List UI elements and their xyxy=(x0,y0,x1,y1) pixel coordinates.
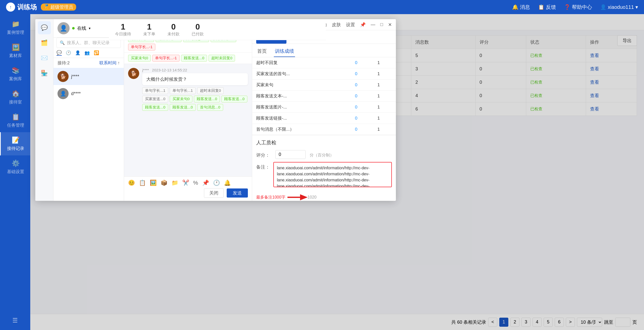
contact-j[interactable]: 🐕 j**** xyxy=(53,68,124,85)
stat-unpaid-value: 0 xyxy=(167,22,180,32)
subtab-home[interactable]: 首页 xyxy=(256,46,268,57)
sidebar-item-tasks[interactable]: 📋 任务管理 xyxy=(0,109,30,132)
titlebar-close[interactable]: ✕ xyxy=(388,22,392,28)
chat-icon-shop[interactable]: 🏪 xyxy=(38,67,51,80)
msg-tag-9[interactable]: 顾客发送...0 xyxy=(170,104,196,111)
message-sender: j**** xyxy=(142,68,149,72)
titlebar-settings[interactable]: 设置 xyxy=(346,22,355,28)
tag-single-len-neg2[interactable]: 单句字长...-1 xyxy=(152,55,180,62)
stats-val2-3: 1 xyxy=(373,91,396,102)
note-label: 备注： xyxy=(256,162,271,170)
svg-marker-1 xyxy=(300,194,308,200)
reception-icon: 🏠 xyxy=(12,90,20,98)
filter-tab-chat[interactable]: 💬 xyxy=(56,50,62,56)
filter-tab-transfer[interactable]: 🔁 xyxy=(94,50,99,56)
score-input[interactable] xyxy=(275,150,306,159)
msg-tag-6[interactable]: 顾客发送...0 xyxy=(194,96,220,102)
stats-row: 超时不回复 0 1 xyxy=(252,57,396,68)
close-button[interactable]: 关闭 xyxy=(204,188,224,198)
tag-single-len-neg[interactable]: 单句字长...-1 xyxy=(128,44,155,50)
sidebar-item-records[interactable]: 📝 接待记录 xyxy=(0,132,30,155)
filter-tab-history[interactable]: 🕐 xyxy=(66,50,71,56)
toolbar-clipboard[interactable]: 📋 xyxy=(139,180,146,186)
quality-footer: 最多备注1000字 1020 xyxy=(256,192,316,201)
stats-label-0: 超时不回复 xyxy=(252,57,351,68)
sidebar-item-settings[interactable]: ⚙️ 基础设置 xyxy=(0,155,30,179)
chat-messages: 🐕 j**** 2023-12-13 14:55:22 大概什么时候发货？ 单句… xyxy=(124,64,252,176)
toolbar-time[interactable]: 🕐 xyxy=(213,180,220,186)
stats-row: 买家未句 0 1 xyxy=(252,79,396,91)
message-content: j**** 2023-12-13 14:55:22 大概什么时候发货？ 单句字长… xyxy=(142,68,248,111)
msg-tag-3[interactable]: 超时未回复0 xyxy=(197,87,224,94)
logo: ↑ 训练场 xyxy=(6,3,37,12)
subtab-training[interactable]: 训练成绩 xyxy=(274,46,295,57)
note-textarea[interactable]: lane.xiaoduoai.com/admit/information/htt… xyxy=(273,162,392,187)
chat-icon-mail[interactable]: ✉️ xyxy=(38,51,51,65)
message-meta: j**** 2023-12-13 14:55:22 xyxy=(142,68,248,72)
feedback-icon: 📋 xyxy=(538,4,544,10)
status-text: 在线 xyxy=(77,25,86,31)
nav-user[interactable]: 👤 xiaoduo111 ▾ xyxy=(600,4,638,10)
top-nav: ↑ 训练场 🏅 超级管理员 🔔 消息 📋 反馈 ❓ 帮助中心 👤 xiaoduo… xyxy=(0,0,644,14)
top-nav-right: 🔔 消息 📋 反馈 ❓ 帮助中心 👤 xiaoduo111 ▾ xyxy=(512,4,638,11)
filter-tab-person[interactable]: 👤 xyxy=(75,50,80,56)
stats-val1-2: 0 xyxy=(351,79,373,91)
stats-label-1: 买家发送的首句... xyxy=(252,68,351,79)
toolbar-pin[interactable]: 📌 xyxy=(202,180,209,186)
chat-contacts: 👤 在线 ▾ 🔍 搜系人、群、聊天记录 💬 🕐 👤 👥 🔁 接待:2 xyxy=(53,19,124,201)
stats-row: 首句消息（不限...） 0 1 xyxy=(252,124,396,135)
toolbar-package[interactable]: 📦 xyxy=(161,180,167,186)
toolbar-folder[interactable]: 📁 xyxy=(171,180,178,186)
contact-d[interactable]: 👤 d**** xyxy=(53,85,124,102)
settings-label: 基础设置 xyxy=(7,169,24,175)
stats-val1-6: 0 xyxy=(351,124,373,135)
toolbar-image[interactable]: 🖼️ xyxy=(150,180,157,186)
tag-buyer-last-1[interactable]: 买家未句0 xyxy=(128,55,151,62)
toolbar-notification[interactable]: 🔔 xyxy=(224,180,231,186)
tag-timeout[interactable]: 超时未回复0 xyxy=(209,55,235,62)
stats-label-4: 顾客发送图片-... xyxy=(252,102,351,113)
msg-tag-5[interactable]: 买家未句0 xyxy=(170,96,192,102)
sidebar-item-materials[interactable]: 🖼️ 素材库 xyxy=(0,39,30,63)
titlebar-skin[interactable]: 皮肤 xyxy=(332,22,341,28)
filter-tab-group[interactable]: 👥 xyxy=(84,50,90,56)
right-panel: 帮助 皮肤 设置 📌 — □ ✕ 智能客服 快捷短语 首页 训练成绩 xyxy=(252,19,396,201)
toolbar-emoji[interactable]: 😊 xyxy=(128,180,135,186)
msg-tag-2[interactable]: 单句字长...1 xyxy=(170,87,196,94)
chat-tags-row2: 买家未句0 单句字长...-1 顾客发送...0 超时未回复0 xyxy=(124,53,252,64)
sidebar-item-reception[interactable]: 🏠 接待室 xyxy=(0,86,30,109)
materials-label: 素材库 xyxy=(9,53,22,59)
toolbar-percent[interactable]: % xyxy=(193,180,198,186)
msg-tag-10[interactable]: 首句消息...0 xyxy=(197,104,223,111)
stats-val2-2: 1 xyxy=(373,79,396,91)
sidebar-item-case-management[interactable]: 📁 案例管理 xyxy=(0,16,30,39)
tag-customer-sent-3[interactable]: 顾客发送...0 xyxy=(181,55,207,62)
bell-icon: 🔔 xyxy=(512,4,518,10)
stats-val1-5: 0 xyxy=(351,113,373,124)
stats-val2-5: 1 xyxy=(373,113,396,124)
score-label: 评分： xyxy=(256,150,271,158)
msg-tag-7[interactable]: 顾客发送...0 xyxy=(221,96,247,102)
nav-help[interactable]: ❓ 帮助中心 xyxy=(564,4,592,11)
msg-tag-8[interactable]: 顾客发送...0 xyxy=(142,104,168,111)
titlebar-pin[interactable]: 📌 xyxy=(360,22,366,28)
chat-icon-message[interactable]: 💬 xyxy=(38,21,51,34)
status-dropdown[interactable]: ▾ xyxy=(89,26,91,30)
stats-row: 买家发送的首句... 0 1 xyxy=(252,68,396,79)
toolbar-scissors[interactable]: ✂️ xyxy=(182,180,189,186)
msg-tag-4[interactable]: 买家发送...0 xyxy=(142,96,168,102)
sidebar-item-case-library[interactable]: 📚 案例库 xyxy=(0,63,30,86)
send-button[interactable]: 发送 xyxy=(227,188,248,198)
sidebar-menu-icon[interactable]: ☰ xyxy=(12,317,18,330)
chat-icon-workbench[interactable]: 🗂️ xyxy=(38,36,51,49)
titlebar-maximize[interactable]: □ xyxy=(380,22,383,27)
status-dot xyxy=(72,27,75,30)
titlebar-minimize[interactable]: — xyxy=(371,22,375,27)
nav-messages[interactable]: 🔔 消息 xyxy=(512,4,530,11)
search-icon: 🔍 xyxy=(60,40,65,45)
nav-feedback[interactable]: 📋 反馈 xyxy=(538,4,556,11)
user-icon: 👤 xyxy=(600,4,606,10)
msg-tag-1[interactable]: 单句字长...1 xyxy=(142,87,168,94)
chat-panel: 💬 🗂️ ✉️ 🏪 👤 在线 ▾ 🔍 搜系人、群、聊天记录 💬 🕐 xyxy=(35,19,396,201)
message-bubble: 🐕 j**** 2023-12-13 14:55:22 大概什么时候发货？ 单句… xyxy=(128,68,248,111)
